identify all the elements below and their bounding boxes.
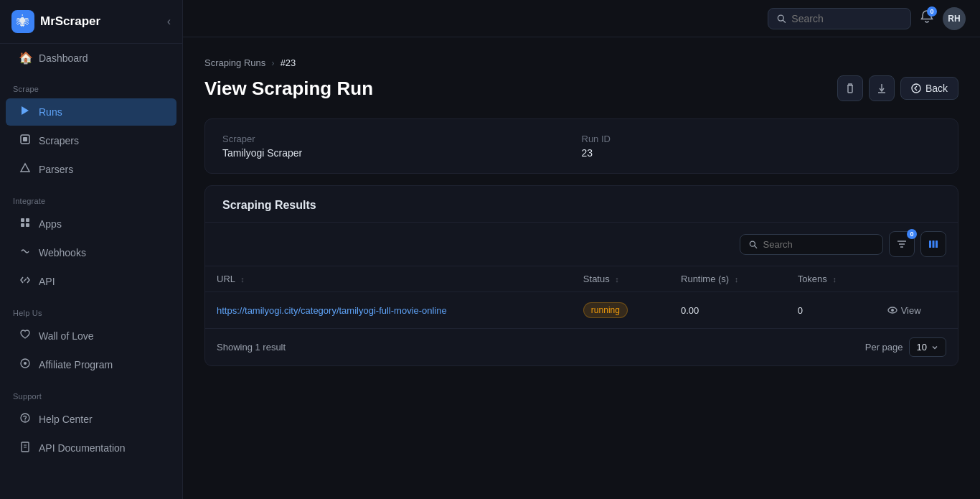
help-icon bbox=[19, 412, 32, 426]
sort-icon-status: ↕ bbox=[615, 275, 619, 284]
col-action bbox=[876, 266, 958, 292]
svg-point-20 bbox=[912, 84, 920, 93]
logo-text: MrScraper bbox=[40, 14, 100, 29]
book-icon bbox=[19, 441, 32, 455]
sidebar-section-help-us: Help Us bbox=[0, 296, 182, 322]
filter-button[interactable]: 0 bbox=[889, 231, 915, 257]
avatar[interactable]: RH bbox=[943, 7, 966, 30]
svg-rect-4 bbox=[21, 218, 24, 222]
cell-tokens: 0 bbox=[786, 292, 876, 329]
col-tokens[interactable]: Tokens ↕ bbox=[786, 266, 876, 292]
sidebar: 🕷 MrScraper ‹ 🏠 Dashboard Scrape Runs Sc… bbox=[0, 0, 183, 499]
notification-badge: 0 bbox=[927, 6, 937, 17]
col-status[interactable]: Status ↕ bbox=[572, 266, 669, 292]
showing-text: Showing 1 result bbox=[217, 342, 286, 353]
results-search-icon bbox=[749, 240, 758, 249]
sidebar-item-parsers[interactable]: Parsers bbox=[6, 156, 176, 183]
global-search[interactable] bbox=[768, 8, 911, 29]
scraper-value: Tamilyogi Scraper bbox=[222, 147, 582, 159]
sidebar-item-label: Wall of Love bbox=[39, 330, 94, 342]
back-button-label: Back bbox=[925, 83, 948, 94]
col-runtime[interactable]: Runtime (s) ↕ bbox=[669, 266, 786, 292]
sidebar-item-webhooks[interactable]: Webhooks bbox=[6, 239, 176, 266]
results-search-input[interactable] bbox=[763, 239, 874, 250]
scraper-info: Scraper Tamilyogi Scraper bbox=[222, 134, 582, 159]
sidebar-item-label: API Documentation bbox=[39, 442, 126, 454]
col-url[interactable]: URL ↕ bbox=[205, 266, 572, 292]
sidebar-item-apps[interactable]: Apps bbox=[6, 210, 176, 238]
sort-icon-url: ↕ bbox=[240, 275, 245, 284]
notification-button[interactable]: 0 bbox=[920, 9, 934, 27]
sidebar-item-runs[interactable]: Runs bbox=[6, 98, 176, 126]
svg-rect-5 bbox=[26, 218, 29, 222]
logo: 🕷 MrScraper bbox=[11, 10, 100, 33]
page-header: View Scraping Run bbox=[204, 75, 958, 101]
parsers-icon bbox=[19, 162, 32, 177]
breadcrumb: Scraping Runs › #23 bbox=[204, 57, 958, 68]
breadcrumb-parent[interactable]: Scraping Runs bbox=[204, 57, 265, 68]
svg-point-30 bbox=[891, 309, 894, 312]
cell-url: https://tamilyogi.city/category/tamilyog… bbox=[205, 292, 572, 329]
svg-rect-2 bbox=[23, 137, 27, 141]
main-content: 0 RH Scraping Runs › #23 View Scraping R… bbox=[183, 0, 980, 499]
sidebar-item-dashboard[interactable]: 🏠 Dashboard bbox=[6, 45, 176, 71]
svg-line-22 bbox=[755, 246, 757, 248]
cell-runtime: 0.00 bbox=[669, 292, 786, 329]
topbar: 0 RH bbox=[183, 0, 980, 37]
collapse-button[interactable]: ‹ bbox=[167, 15, 171, 28]
per-page-value: 10 bbox=[917, 342, 927, 353]
run-id-label: Run ID bbox=[582, 134, 941, 144]
affiliate-icon bbox=[19, 358, 32, 372]
sidebar-section-integrate: Integrate bbox=[0, 184, 182, 210]
logo-icon: 🕷 bbox=[11, 10, 34, 33]
sidebar-item-scrapers[interactable]: Scrapers bbox=[6, 127, 176, 154]
run-id-value: 23 bbox=[582, 147, 941, 159]
svg-point-12 bbox=[24, 420, 25, 421]
results-title: Scraping Results bbox=[205, 186, 958, 223]
per-page-label: Per page bbox=[865, 342, 903, 353]
table-row: https://tamilyogi.city/category/tamilyog… bbox=[205, 292, 958, 329]
results-search[interactable] bbox=[740, 234, 883, 255]
sidebar-section-scrape: Scrape bbox=[0, 72, 182, 98]
back-button[interactable]: Back bbox=[900, 77, 958, 100]
breadcrumb-current: #23 bbox=[281, 57, 296, 68]
svg-line-17 bbox=[783, 20, 785, 22]
scrapers-icon bbox=[19, 134, 32, 148]
svg-rect-27 bbox=[933, 241, 935, 248]
delete-button[interactable] bbox=[837, 75, 863, 101]
cell-action: View bbox=[876, 292, 958, 329]
per-page-selector: Per page 10 bbox=[865, 337, 946, 357]
svg-line-8 bbox=[24, 279, 27, 281]
svg-marker-0 bbox=[22, 106, 29, 115]
api-icon bbox=[19, 274, 32, 289]
run-id-info: Run ID 23 bbox=[582, 134, 941, 159]
search-input[interactable] bbox=[791, 13, 902, 24]
sort-icon-tokens: ↕ bbox=[832, 275, 837, 284]
runs-icon bbox=[19, 105, 32, 119]
header-actions: Back bbox=[837, 75, 958, 101]
sidebar-item-label: Webhooks bbox=[39, 247, 86, 258]
sidebar-item-help-center[interactable]: Help Center bbox=[6, 406, 176, 433]
sidebar-item-label: Runs bbox=[39, 106, 62, 118]
filter-badge: 0 bbox=[907, 229, 917, 239]
svg-rect-26 bbox=[929, 241, 931, 248]
sidebar-item-affiliate-program[interactable]: Affiliate Program bbox=[6, 351, 176, 378]
per-page-button[interactable]: 10 bbox=[909, 337, 946, 357]
sidebar-item-api[interactable]: API bbox=[6, 268, 176, 295]
svg-marker-3 bbox=[21, 164, 29, 172]
view-button[interactable]: View bbox=[887, 305, 946, 316]
columns-button[interactable] bbox=[920, 231, 946, 257]
breadcrumb-separator: › bbox=[271, 57, 274, 68]
svg-rect-6 bbox=[21, 223, 24, 227]
webhooks-icon bbox=[19, 246, 32, 260]
url-link[interactable]: https://tamilyogi.city/category/tamilyog… bbox=[217, 305, 447, 316]
sidebar-header: 🕷 MrScraper ‹ bbox=[0, 0, 182, 44]
results-table: URL ↕ Status ↕ Runtime (s) ↕ Tokens bbox=[205, 266, 958, 328]
sidebar-item-wall-of-love[interactable]: Wall of Love bbox=[6, 322, 176, 350]
heart-icon bbox=[19, 329, 32, 343]
download-button[interactable] bbox=[869, 75, 895, 101]
sidebar-item-api-documentation[interactable]: API Documentation bbox=[6, 434, 176, 462]
results-card: Scraping Results 0 bbox=[204, 185, 958, 366]
sidebar-item-label: Apps bbox=[39, 218, 62, 230]
svg-point-10 bbox=[24, 362, 27, 365]
